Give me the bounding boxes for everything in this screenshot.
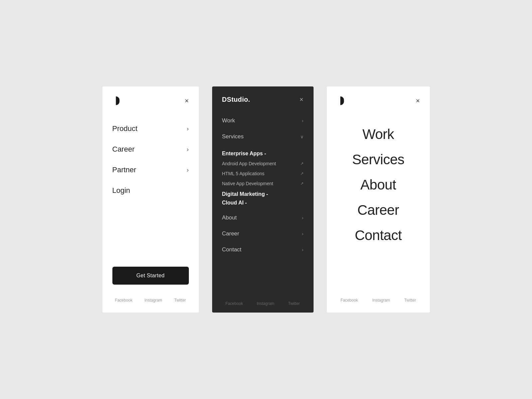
submenu-item-html5[interactable]: HTML 5 Applications ↗ xyxy=(222,169,304,179)
left-nav-items: Product › Career › Partner › Login xyxy=(102,115,199,260)
social-facebook-right[interactable]: Facebook xyxy=(340,298,358,303)
chevron-right-contact-middle: › xyxy=(302,247,304,252)
nav-label-work: Work xyxy=(222,117,235,124)
nav-label-career-middle: Career xyxy=(222,230,239,237)
middle-panel-header: DStudio. × xyxy=(212,96,314,113)
nav-item-partner[interactable]: Partner › xyxy=(102,160,199,180)
nav-item-career[interactable]: Career › xyxy=(102,139,199,160)
left-social-links: Facebook Instagram Twitter xyxy=(102,291,199,303)
nav-label-contact-middle: Contact xyxy=(222,246,242,253)
left-panel-header: × xyxy=(102,96,199,115)
social-twitter-right[interactable]: Twitter xyxy=(404,298,416,303)
right-social-links: Facebook Instagram Twitter xyxy=(327,291,430,303)
nav-item-login[interactable]: Login xyxy=(102,180,199,201)
middle-social-links: Facebook Instagram Twitter xyxy=(212,295,314,306)
services-submenu: Enterprise Apps - Android App Developmen… xyxy=(212,145,314,210)
chevron-icon-partner: › xyxy=(187,167,189,174)
close-button-right[interactable]: × xyxy=(416,97,420,105)
social-instagram-left[interactable]: Instagram xyxy=(144,298,162,303)
nav-item-services-middle[interactable]: Services ∨ xyxy=(212,129,314,145)
chevron-icon-product: › xyxy=(187,125,189,132)
nav-item-about-middle[interactable]: About › xyxy=(212,210,314,226)
page-wrapper: × Product › Career › Partner › Login Get… xyxy=(0,60,532,339)
get-started-button[interactable]: Get Started xyxy=(112,267,189,285)
nav-item-contact-right[interactable]: Contact xyxy=(327,223,430,248)
nav-item-career-right[interactable]: Career xyxy=(327,198,430,223)
middle-nav-items: Work › Services ∨ Enterprise Apps - Andr… xyxy=(212,113,314,295)
right-panel-header: × xyxy=(327,96,430,118)
nav-item-contact-middle[interactable]: Contact › xyxy=(212,242,314,258)
nav-label-partner: Partner xyxy=(112,166,136,174)
social-facebook-middle[interactable]: Facebook xyxy=(225,301,243,306)
nav-label-career: Career xyxy=(112,145,135,154)
chevron-right-career-middle: › xyxy=(302,231,304,236)
nav-label-services: Services xyxy=(222,133,244,140)
submenu-item-native[interactable]: Native App Development ↗ xyxy=(222,179,304,189)
arrow-icon-android: ↗ xyxy=(300,161,304,166)
logo-icon-left xyxy=(112,96,120,105)
submenu-category-enterprise: Enterprise Apps - xyxy=(222,151,304,157)
submenu-category-cloud: Cloud AI - xyxy=(222,200,304,206)
close-button-middle[interactable]: × xyxy=(300,96,304,103)
panel-left: × Product › Career › Partner › Login Get… xyxy=(102,86,199,313)
logo-text-middle: DStudio. xyxy=(222,96,250,103)
panel-middle: DStudio. × Work › Services ∨ Enterprise … xyxy=(212,86,314,313)
arrow-icon-html5: ↗ xyxy=(300,171,304,176)
chevron-down-services: ∨ xyxy=(300,134,304,139)
nav-item-work-middle[interactable]: Work › xyxy=(212,113,314,129)
panel-right: × Work Services About Career Contact Fac… xyxy=(327,86,430,313)
close-button-left[interactable]: × xyxy=(185,97,189,104)
chevron-icon-career: › xyxy=(187,146,189,153)
submenu-label-html5: HTML 5 Applications xyxy=(222,171,265,176)
submenu-label-android: Android App Development xyxy=(222,161,276,166)
right-nav-items: Work Services About Career Contact xyxy=(327,118,430,291)
logo-icon-right xyxy=(337,96,344,105)
social-instagram-middle[interactable]: Instagram xyxy=(257,301,274,306)
social-twitter-left[interactable]: Twitter xyxy=(174,298,186,303)
nav-item-product[interactable]: Product › xyxy=(102,118,199,139)
arrow-icon-native: ↗ xyxy=(300,181,304,186)
submenu-item-android[interactable]: Android App Development ↗ xyxy=(222,159,304,169)
social-twitter-middle[interactable]: Twitter xyxy=(288,301,300,306)
chevron-right-work: › xyxy=(302,118,304,123)
social-instagram-right[interactable]: Instagram xyxy=(372,298,390,303)
chevron-right-about: › xyxy=(302,215,304,220)
nav-label-about: About xyxy=(222,214,237,221)
nav-item-about-right[interactable]: About xyxy=(327,172,430,198)
submenu-label-native: Native App Development xyxy=(222,181,273,186)
social-facebook-left[interactable]: Facebook xyxy=(115,298,133,303)
nav-label-login: Login xyxy=(112,186,130,195)
nav-item-career-middle[interactable]: Career › xyxy=(212,226,314,242)
submenu-category-digital: Digital Marketing - xyxy=(222,191,304,197)
nav-item-services-right[interactable]: Services xyxy=(327,147,430,172)
cta-section: Get Started xyxy=(102,260,199,291)
nav-label-product: Product xyxy=(112,124,138,133)
nav-item-work-right[interactable]: Work xyxy=(327,122,430,147)
